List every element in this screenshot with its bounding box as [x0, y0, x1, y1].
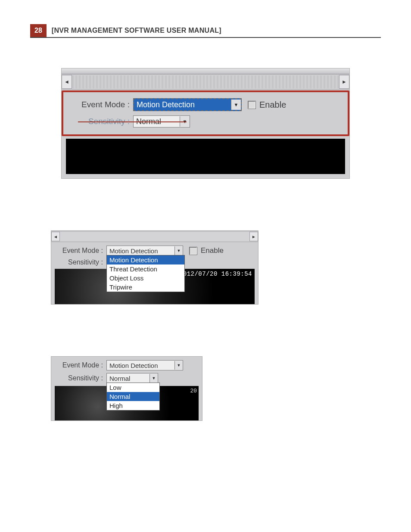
figure-2: ◄ ► Event Mode : Motion Detection ▼ Enab…	[51, 230, 258, 305]
option-threat-detection[interactable]: Threat Detection	[107, 264, 184, 274]
event-mode-row: Event Mode : Motion Detection ▼ Enable	[69, 98, 342, 111]
panel-edge	[62, 68, 349, 74]
timeline-scrollbar: ◄ ►	[62, 74, 349, 90]
chevron-down-icon[interactable]: ▼	[149, 374, 158, 383]
enable-label: Enable	[259, 100, 286, 110]
option-high[interactable]: High	[107, 401, 159, 410]
strike-line	[78, 121, 187, 122]
timeline-scrollbar: ◄ ►	[51, 231, 258, 242]
event-mode-label: Event Mode :	[69, 100, 133, 109]
scroll-left-button[interactable]: ◄	[51, 232, 60, 241]
chevron-down-icon[interactable]: ▼	[231, 100, 241, 110]
figure-1: ◄ ► Event Mode : Motion Detection ▼ Enab…	[61, 68, 350, 179]
camera-corner-text: 20	[190, 388, 197, 394]
sensitivity-label: Sensitivity :	[55, 374, 106, 382]
sensitivity-value: Normal	[107, 375, 149, 382]
event-mode-dropdown[interactable]: Motion Detection ▼	[106, 360, 183, 370]
event-mode-value: Motion Detection	[134, 100, 231, 109]
event-mode-value: Motion Detection	[107, 247, 174, 255]
scroll-right-button[interactable]: ►	[249, 232, 258, 241]
page-number: 28	[30, 24, 47, 37]
sensitivity-row: Sensitivity : Normal ▼	[69, 115, 342, 128]
camera-timestamp: 2012/07/20 16:39:54	[179, 271, 252, 277]
timeline-track[interactable]	[60, 232, 249, 241]
event-mode-dropdown[interactable]: Motion Detection ▼	[106, 246, 183, 256]
enable-checkbox[interactable]	[248, 101, 256, 109]
enable-label: Enable	[201, 246, 224, 255]
option-tripwire[interactable]: Tripwire	[107, 283, 184, 292]
event-mode-value: Motion Detection	[107, 362, 174, 369]
chevron-down-icon[interactable]: ▼	[174, 361, 183, 370]
event-mode-open-list: Motion Detection Threat Detection Object…	[106, 255, 185, 292]
sensitivity-open-list: Low Normal High	[106, 383, 160, 411]
event-mode-label: Event Mode :	[55, 247, 106, 255]
video-placeholder	[66, 139, 345, 174]
option-object-loss[interactable]: Object Loss	[107, 274, 184, 283]
scroll-right-button[interactable]: ►	[339, 75, 349, 89]
figure-3: Event Mode : Motion Detection ▼ Sensitiv…	[51, 356, 202, 421]
event-mode-row: Event Mode : Motion Detection ▼	[55, 360, 199, 370]
option-normal[interactable]: Normal	[107, 392, 159, 401]
option-low[interactable]: Low	[107, 383, 159, 392]
option-motion-detection[interactable]: Motion Detection	[107, 255, 184, 264]
enable-checkbox[interactable]	[189, 247, 197, 255]
event-mode-label: Event Mode :	[55, 361, 106, 369]
scroll-left-button[interactable]: ◄	[62, 75, 72, 89]
page-header: 28 [NVR MANAGEMENT SOFTWARE USER MANUAL]	[30, 24, 381, 38]
event-mode-row: Event Mode : Motion Detection ▼ Enable	[55, 246, 255, 256]
event-mode-dropdown[interactable]: Motion Detection ▼	[133, 98, 242, 111]
sensitivity-label: Sensitivity :	[55, 258, 106, 266]
highlight-box: Event Mode : Motion Detection ▼ Enable S…	[62, 90, 349, 136]
timeline-track[interactable]	[72, 75, 339, 88]
sensitivity-dropdown[interactable]: Normal ▼	[106, 373, 158, 383]
document-title: [NVR MANAGEMENT SOFTWARE USER MANUAL]	[47, 24, 227, 37]
chevron-down-icon[interactable]: ▼	[174, 246, 183, 255]
sensitivity-row: Sensitivity : Normal ▼	[55, 373, 199, 383]
